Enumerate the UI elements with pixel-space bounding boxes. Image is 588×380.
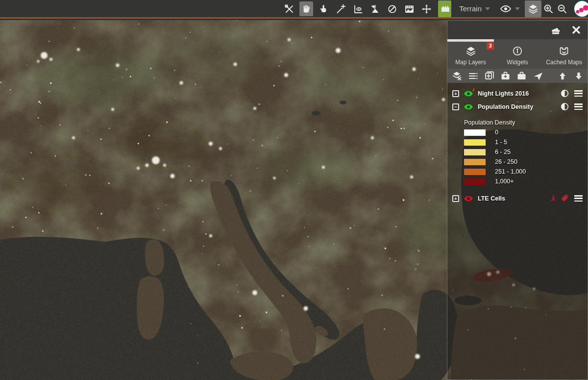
chevron-down-icon (485, 7, 490, 10)
chevron-down-icon (515, 7, 520, 10)
panel-header (447, 21, 588, 39)
viewshed-icon (352, 3, 363, 14)
lambda-icon[interactable]: λ (551, 194, 555, 203)
cached-maps-icon (559, 46, 569, 56)
move-up-icon[interactable] (558, 72, 567, 80)
viewshed-button[interactable] (351, 1, 365, 16)
layers-panel-button[interactable] (525, 0, 541, 17)
layer-row-lte-cells: + LTE Cells λ (447, 192, 588, 205)
legend-entry: 0 (464, 129, 588, 136)
tools-icon (284, 3, 294, 14)
pan-hand-icon (301, 3, 312, 14)
logo-icon (573, 0, 588, 18)
eye-icon (464, 195, 473, 202)
layer-count-badge: 3 (487, 42, 494, 50)
basemap-dropdown[interactable]: Terrain (459, 4, 490, 13)
layer-row-population-density: − Population Density (447, 100, 588, 113)
legend-label: 0 (495, 129, 498, 136)
compass-icon (387, 3, 397, 14)
zoom-out-icon (557, 3, 567, 14)
zoom-out-button[interactable] (555, 1, 569, 16)
zoom-in-icon (543, 3, 554, 14)
widgets-icon (512, 46, 523, 56)
layer-menu-icon[interactable] (574, 103, 583, 110)
layer-row-night-lights: + Night Lights 2016 (447, 87, 588, 100)
legend-swatch (464, 169, 486, 175)
expand-icon[interactable]: + (452, 195, 459, 202)
tag-icon[interactable] (561, 194, 569, 203)
remove-layers-icon[interactable] (452, 71, 462, 80)
elevation-profile-icon (404, 3, 415, 14)
legend-entry: 251 - 1,000 (464, 168, 588, 175)
visibility-eye-green[interactable] (464, 103, 473, 110)
legend-label: 1,000+ (495, 178, 514, 185)
legend-title: Population Density (464, 119, 588, 126)
compass-button[interactable] (385, 1, 399, 16)
layer-menu-icon[interactable] (574, 90, 583, 97)
legend-label: 6 - 25 (495, 149, 511, 155)
panel-tabbar: 3 Map Layers Widgets Cached Maps (447, 39, 588, 69)
legend-swatch (464, 149, 486, 155)
layer-menu-icon[interactable] (574, 195, 583, 202)
move-down-icon[interactable] (574, 72, 583, 80)
legend-swatch (464, 139, 486, 146)
tab-cached-maps[interactable]: Cached Maps (541, 42, 588, 69)
legend-rows: 01 - 56 - 2526 - 250251 - 1,0001,000+ (464, 129, 588, 185)
expand-icon[interactable]: + (452, 90, 459, 97)
tools-button[interactable] (282, 1, 296, 16)
legend-entry: 1 - 5 (464, 139, 588, 146)
tab-label: Cached Maps (546, 59, 582, 66)
layer-list-icon[interactable] (468, 72, 478, 80)
app-logo[interactable] (573, 0, 588, 18)
kit-icon[interactable] (516, 71, 527, 80)
tab-widgets[interactable]: Widgets (494, 42, 540, 69)
add-kit-icon[interactable] (500, 71, 511, 80)
basemap-label: Terrain (459, 4, 482, 13)
tab-label: Map Layers (455, 59, 486, 66)
layers-list: + Night Lights 2016 − (447, 83, 588, 205)
legend-entry: 1,000+ (464, 178, 588, 185)
eye-icon (500, 5, 512, 13)
swatches-icon[interactable] (550, 25, 562, 35)
elevation-profile-button[interactable] (402, 1, 416, 16)
close-icon[interactable] (572, 25, 581, 34)
legend-swatch (464, 159, 486, 165)
legend-entry: 26 - 250 (464, 158, 588, 165)
visibility-dropdown[interactable] (500, 5, 520, 13)
fort-icon (440, 3, 450, 14)
zoom-in-button[interactable] (541, 1, 555, 16)
add-media-icon[interactable] (484, 71, 494, 80)
visibility-eye-green[interactable] (464, 90, 473, 97)
population-density-legend: Population Density 01 - 56 - 2526 - 2502… (464, 119, 588, 185)
tool-button-group (282, 1, 433, 16)
legend-label: 26 - 250 (495, 158, 517, 165)
legend-swatch (464, 178, 486, 185)
center-button[interactable] (419, 1, 433, 16)
top-toolbar: Terrain (0, 0, 588, 19)
center-move-icon (421, 3, 432, 14)
pan-button[interactable] (299, 1, 313, 16)
line-of-sight-button[interactable] (368, 1, 382, 16)
tab-label: Widgets (507, 59, 528, 66)
wand-button[interactable] (334, 1, 347, 16)
layer-name: Night Lights 2016 (478, 90, 529, 97)
select-button[interactable] (317, 1, 330, 16)
eye-icon (464, 103, 473, 110)
layers-icon (527, 3, 539, 15)
layer-alert-tick (472, 88, 475, 92)
layer-name: LTE Cells (478, 195, 505, 202)
legend-label: 1 - 5 (495, 139, 507, 146)
wand-icon (335, 3, 346, 14)
legend-entry: 6 - 25 (464, 149, 588, 155)
legend-label: 251 - 1,000 (495, 168, 526, 175)
layers-panel: 3 Map Layers Widgets Cached Maps (447, 20, 588, 380)
share-icon[interactable] (533, 71, 543, 81)
legend-swatch (464, 129, 486, 136)
collapse-icon[interactable]: − (452, 103, 459, 110)
contrast-icon[interactable] (561, 89, 569, 98)
map-layers-icon (465, 46, 477, 56)
visibility-eye-red[interactable] (464, 195, 473, 202)
contrast-icon[interactable] (561, 102, 569, 111)
tactical-button[interactable] (438, 0, 451, 17)
layer-name: Population Density (478, 103, 533, 110)
